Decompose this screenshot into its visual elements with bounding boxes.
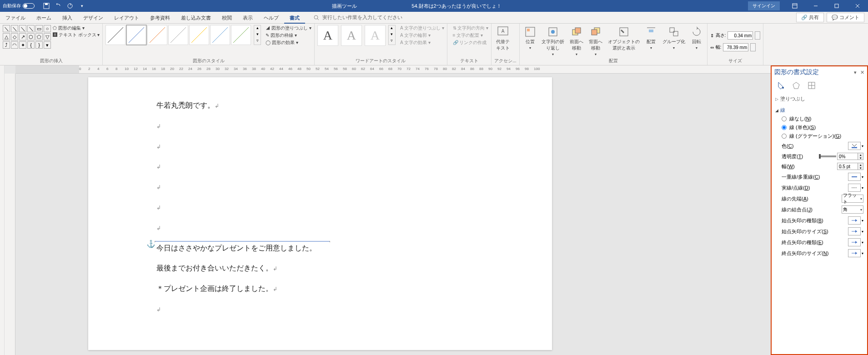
page[interactable]: 牛若丸禿朗です。↲ ↲ ↲ ↲ ↲ ↲ ↲ ⚓ 今日はささやかなプレゼントをご用…	[88, 77, 552, 350]
wrap-text-button[interactable]: 文字列の折 り返し▾	[540, 25, 566, 57]
horizontal-ruler[interactable]: /* ticks drawn below via loop */ 0246810…	[15, 65, 771, 74]
svg-line-10	[108, 27, 123, 43]
maximize-icon[interactable]	[826, 0, 847, 12]
doc-line-3: 最後までお付き合いいただきたく。	[156, 264, 273, 272]
transparency-slider[interactable]	[820, 155, 836, 157]
height-icon: ⇕	[710, 33, 714, 38]
close-icon[interactable]	[847, 0, 868, 12]
width-input[interactable]	[723, 43, 748, 51]
autosave-toggle[interactable]: 自動保存	[3, 3, 35, 9]
tab-file[interactable]: ファイル	[0, 12, 31, 24]
group-size: ⇕ 高さ: ⇔ 幅: サイズ	[707, 24, 764, 65]
line-none-radio[interactable]: 線なし(N)	[775, 115, 863, 123]
pane-options-icon[interactable]: ▾	[854, 70, 857, 75]
document-scroll[interactable]: 牛若丸禿朗です。↲ ↲ ↲ ↲ ↲ ↲ ↲ ⚓ 今日はささやかなプレゼントをご用…	[15, 74, 771, 355]
rotate-button[interactable]: 回転▾	[689, 25, 704, 51]
vertical-ruler[interactable]	[5, 74, 15, 355]
wordart-gallery[interactable]: AAA	[317, 25, 386, 46]
tab-review[interactable]: 校閲	[216, 12, 237, 24]
height-spinner[interactable]	[755, 31, 760, 40]
tell-me-placeholder: 実行したい作業を入力してください	[322, 14, 402, 21]
anchor-icon[interactable]: ⚓	[146, 234, 156, 255]
tab-layout[interactable]: レイアウト	[109, 12, 145, 24]
ribbon-display-options-icon[interactable]	[784, 0, 805, 12]
alt-text-button[interactable]: A 代替テ キスト	[494, 25, 512, 52]
svg-rect-1	[45, 3, 48, 5]
end-arrow-size-button[interactable]	[848, 249, 861, 257]
selected-line-shape[interactable]	[154, 241, 331, 242]
line-section-header[interactable]: ◢線	[775, 106, 863, 115]
gallery-more-icon[interactable]: ▿	[254, 38, 261, 45]
text-direction-button[interactable]: ⇅ 文字列の方向 ▾	[453, 25, 489, 31]
wa-gallery-more-icon[interactable]: ▿	[389, 38, 395, 45]
wa-gallery-up-icon[interactable]: ▴	[389, 25, 395, 32]
selection-pane-button[interactable]: オブジェクトの 選択と表示	[606, 25, 642, 52]
width-icon: ⇔	[710, 45, 714, 50]
begin-arrow-type-button[interactable]	[848, 216, 861, 225]
cap-type-select[interactable]: フラット▾	[842, 195, 863, 203]
svg-marker-45	[855, 219, 857, 222]
send-backward-button[interactable]: 背面へ 移動▾	[587, 25, 604, 57]
qat-dropdown-icon[interactable]: ▾	[78, 2, 85, 10]
compound-row: 一重線/多重線(C) ▾	[775, 171, 863, 182]
edit-shape-button[interactable]: ⬠ 図形の編集 ▾	[53, 25, 100, 31]
tab-view[interactable]: 表示	[237, 12, 258, 24]
align-button[interactable]: 配置▾	[643, 25, 659, 51]
tab-insert[interactable]: 挿入	[57, 12, 78, 24]
tell-me-search[interactable]: 実行したい作業を入力してください	[313, 14, 402, 21]
share-button[interactable]: 🔗 共有	[796, 13, 824, 22]
position-button[interactable]: 位置▾	[522, 25, 538, 51]
bring-forward-button[interactable]: 前面へ 移動▾	[568, 25, 585, 57]
fill-line-tab-icon[interactable]	[776, 81, 785, 90]
end-arrow-type-button[interactable]	[848, 238, 861, 246]
line-solid-radio[interactable]: 線 (単色)(S)	[775, 123, 863, 132]
dash-type-button[interactable]	[848, 184, 861, 192]
tab-home[interactable]: ホーム	[31, 12, 57, 24]
svg-rect-26	[592, 30, 597, 35]
layout-tab-icon[interactable]	[807, 81, 816, 90]
svg-point-8	[314, 15, 318, 19]
redo-icon[interactable]	[66, 2, 74, 10]
pane-close-icon[interactable]: ✕	[860, 70, 864, 75]
signin-button[interactable]: サインイン	[748, 1, 780, 10]
text-align-button[interactable]: ≡ 文字の配置 ▾	[453, 32, 489, 39]
group-button[interactable]: グループ化▾	[661, 25, 687, 51]
join-type-select[interactable]: 角▾	[842, 205, 863, 214]
tab-format[interactable]: 書式	[284, 12, 305, 24]
undo-icon[interactable]	[55, 2, 62, 10]
svg-line-11	[129, 27, 144, 43]
minimize-icon[interactable]	[805, 0, 826, 12]
shape-style-gallery[interactable]	[105, 25, 251, 45]
height-input[interactable]	[728, 31, 753, 40]
fill-section-header[interactable]: ▷塗りつぶし	[775, 95, 863, 103]
line-width-input[interactable]: ▴▾	[837, 163, 863, 170]
shapes-gallery[interactable]: ＼＼＼＼▭○ △◇↗⬡⬠▽ ⤴◠✦{}▾	[3, 25, 51, 49]
gallery-down-icon[interactable]: ▾	[254, 32, 261, 38]
begin-arrow-size-button[interactable]	[848, 227, 861, 235]
width-spinner[interactable]	[750, 43, 756, 51]
text-outline-button[interactable]: A 文字の輪郭 ▾	[400, 32, 444, 39]
autosave-label: 自動保存	[3, 3, 21, 9]
tab-design[interactable]: デザイン	[78, 12, 109, 24]
tab-references[interactable]: 参考資料	[145, 12, 176, 24]
format-pane-title: 図形の書式設定	[774, 68, 819, 76]
effects-tab-icon[interactable]	[792, 81, 801, 90]
compound-type-button[interactable]	[848, 173, 861, 181]
line-color-button[interactable]	[848, 142, 861, 150]
text-effects-button[interactable]: A 文字の効果 ▾	[400, 40, 444, 46]
gallery-up-icon[interactable]: ▴	[254, 25, 261, 32]
shape-effects-button[interactable]: ◯ 図形の効果 ▾	[266, 40, 311, 46]
shape-fill-button[interactable]: ◢ 図形の塗りつぶし ▾	[266, 25, 311, 31]
text-fill-button[interactable]: A 文字の塗りつぶし ▾	[400, 25, 444, 31]
line-gradient-radio[interactable]: 線 (グラデーション)(G)	[775, 132, 863, 140]
save-icon[interactable]	[43, 2, 50, 10]
transparency-input[interactable]: ▴▾	[837, 153, 863, 160]
tab-mailings[interactable]: 差し込み文書	[176, 12, 216, 24]
tab-help[interactable]: ヘルプ	[258, 12, 284, 24]
comment-button[interactable]: 💬 コメント	[827, 13, 864, 22]
text-box-button[interactable]: 🅰 テキスト ボックス ▾	[53, 32, 100, 38]
shape-outline-button[interactable]: ✎ 図形の枠線 ▾	[266, 32, 311, 39]
group-label-insert-shapes: 図形の挿入	[3, 58, 100, 65]
wa-gallery-down-icon[interactable]: ▾	[389, 32, 395, 38]
create-link-button[interactable]: 🔗 リンクの作成	[453, 40, 489, 46]
